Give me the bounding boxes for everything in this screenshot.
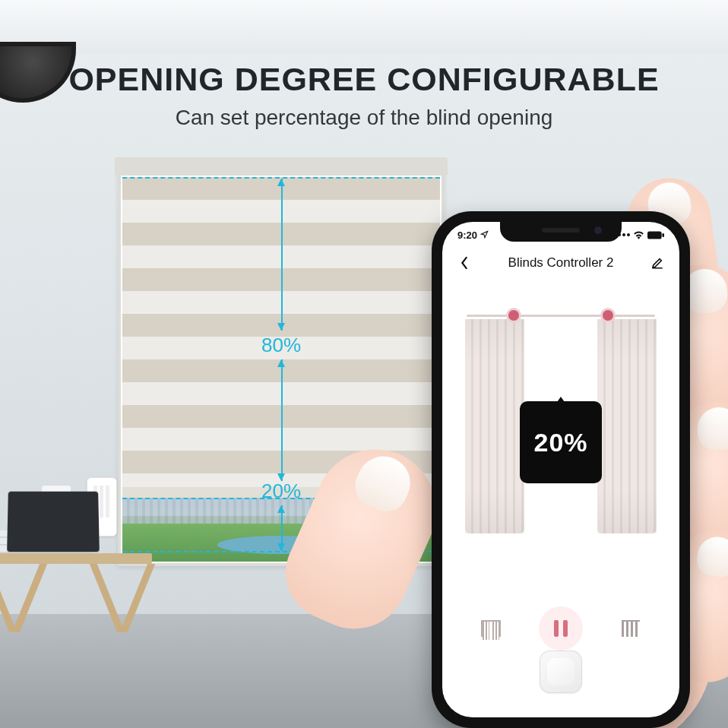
arrowhead-icon: [277, 359, 285, 367]
status-time: 9:20: [457, 229, 477, 241]
measure-line-closed-a: [281, 179, 283, 331]
promo-headline: OPENING DEGREE CONFIGURABLE: [0, 61, 728, 98]
curtain-visualizer[interactable]: 20%: [459, 305, 663, 533]
smartphone-frame: 9:20: [432, 211, 690, 728]
chevron-left-icon: [459, 256, 470, 270]
back-button[interactable]: [454, 253, 474, 273]
measure-line-closed-b: [281, 359, 283, 481]
app-screen: 9:20: [442, 222, 679, 717]
device-title: Blinds Controller 2: [508, 255, 614, 271]
close-button[interactable]: [609, 606, 653, 650]
laptop: [7, 492, 100, 552]
curtain-slider-handle-left[interactable]: [506, 308, 521, 323]
phone-notch: [500, 222, 622, 242]
curtain-open-icon: [481, 620, 501, 637]
arrowhead-icon: [277, 505, 285, 513]
control-buttons-row: [442, 606, 679, 650]
opening-percentage-value: 20%: [533, 428, 587, 457]
curtain-panel-right: [597, 319, 657, 533]
window-with-blind: 80% 20%: [118, 171, 445, 566]
headline-block: OPENING DEGREE CONFIGURABLE Can set perc…: [0, 61, 728, 130]
closed-percentage-label: 80%: [261, 334, 301, 357]
battery-icon: [647, 231, 664, 239]
arrowhead-icon: [277, 323, 285, 331]
open-percentage-label: 20%: [261, 480, 301, 503]
wifi-icon: [633, 230, 644, 239]
ceiling: [0, 0, 728, 53]
open-button[interactable]: [469, 606, 513, 650]
curtain-slider-handle-right[interactable]: [600, 308, 616, 323]
pause-icon: [554, 620, 568, 637]
chip-caret-icon: [555, 397, 566, 404]
svg-rect-1: [662, 233, 664, 236]
curtain-close-icon: [622, 620, 640, 637]
edit-button[interactable]: [647, 253, 667, 273]
curtain-panel-left: [465, 319, 524, 533]
product-promo-scene: OPENING DEGREE CONFIGURABLE Can set perc…: [0, 0, 728, 728]
measure-guide-bottom: [122, 551, 440, 552]
arrowhead-icon: [277, 179, 285, 186]
arrowhead-icon: [277, 543, 285, 551]
pencil-icon: [650, 256, 664, 270]
location-icon: [480, 229, 489, 241]
pause-button[interactable]: [539, 606, 583, 650]
promo-subline: Can set percentage of the blind opening: [0, 106, 728, 130]
opening-percentage-chip: 20%: [520, 401, 602, 483]
svg-rect-0: [647, 231, 662, 239]
home-indicator-button[interactable]: [540, 650, 582, 693]
app-header: Blinds Controller 2: [442, 248, 679, 278]
blind-cassette: [115, 157, 448, 176]
desk: [0, 553, 152, 637]
curtain-rod: [467, 315, 655, 317]
